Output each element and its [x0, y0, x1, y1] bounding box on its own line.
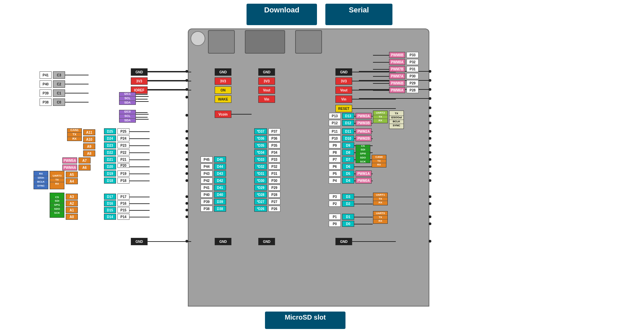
pin-p40c: P40 [201, 192, 213, 198]
pin-d0: D0 [342, 221, 354, 227]
pin-3v3-cr: 3V3 [258, 77, 275, 85]
pin-a6: A6 [78, 164, 91, 171]
pin-c2: C2 [53, 80, 65, 88]
pin-on: ON [215, 86, 231, 94]
pin-d16: D16 [104, 200, 116, 206]
pin-p9: P9 [329, 142, 341, 148]
pin-gnd-c1: GND [215, 68, 231, 76]
pin-p6: P6 [329, 163, 341, 170]
pin-p15: P15 [117, 207, 129, 213]
pin-p41c: P41 [201, 185, 213, 191]
pin-d5: D5 [342, 171, 354, 177]
download-button[interactable]: Download [247, 4, 317, 25]
pin-pwm6a: PWM6A [389, 87, 405, 93]
pin-pwm2b: PWM2B [356, 135, 372, 141]
pin-d43: D43 [214, 171, 226, 177]
pin-p27r: P27 [268, 199, 280, 205]
usb-left [208, 30, 235, 54]
pin-p0: P0 [329, 221, 341, 227]
pin-c3: C3 [53, 71, 65, 79]
pin-p16: P16 [117, 200, 129, 206]
pin-d36: *D36 [254, 135, 267, 141]
pin-uart1: UART1 TX RX [373, 193, 388, 205]
pin-a3: A3 [66, 194, 78, 200]
serial-button[interactable]: Serial [325, 4, 392, 25]
pin-p28t: P28 [407, 87, 419, 93]
pin-p3: P3 [329, 194, 341, 200]
pin-reset: RESET [335, 105, 352, 112]
pin-d21: D21 [104, 156, 116, 162]
pin-p35: P35 [268, 142, 280, 148]
pin-a4: A4 [66, 178, 78, 184]
pin-d22: D22 [104, 149, 116, 155]
pin-p38: P38 [40, 98, 52, 106]
pin-p12: P12 [329, 120, 341, 126]
pin-p40: P40 [40, 80, 52, 88]
pin-3v3-c1: 3V3 [215, 77, 231, 85]
pin-spi0: CS SDI SPI0 SDO SCK [356, 145, 370, 163]
pin-p33r: P33 [268, 156, 280, 162]
pin-d9: D9 [342, 142, 354, 148]
pin-p28r: P28 [268, 192, 280, 198]
pin-p44: P44 [201, 163, 213, 170]
pin-d29: *D29 [254, 185, 267, 191]
pin-p5: P5 [329, 171, 341, 177]
pin-gnd-l1: GND [131, 68, 148, 76]
pin-d14: D14 [104, 214, 116, 220]
pin-p1: P1 [329, 214, 341, 220]
pin-pwm3a: PWM3A [356, 113, 372, 119]
pin-vout-cr: Vout [258, 86, 275, 94]
pin-c1: C1 [53, 89, 65, 97]
pin-a5: A5 [66, 172, 78, 178]
pin-p29t: P29 [407, 80, 419, 86]
pin-pwm8a: PWM8A [389, 59, 405, 65]
pin-uart0: UART0 TX RX [373, 211, 388, 224]
pin-p13: P13 [329, 113, 341, 119]
pin-p18: P18 [117, 178, 129, 184]
pin-d44: D44 [214, 163, 226, 170]
pin-d19: D19 [104, 171, 116, 177]
pin-d23: D23 [104, 142, 116, 148]
pin-d38: D38 [214, 206, 226, 212]
pin-i2c0: I2C0 SCL SDA [119, 110, 136, 123]
pin-pwm1a: PWM1A [356, 171, 372, 177]
pin-p22: P22 [117, 149, 129, 155]
usb-right [295, 30, 322, 54]
pin-p42: P42 [201, 178, 213, 184]
pin-d27: *D27 [254, 199, 267, 205]
pin-vcoin: Vcoin [215, 111, 231, 118]
pin-p30r: P30 [268, 178, 280, 184]
pin-d45: D45 [214, 156, 226, 162]
pin-p29r: P29 [268, 185, 280, 191]
pin-d34: *D34 [254, 149, 267, 155]
pin-d12: D12 [342, 120, 354, 126]
pin-p19: P19 [117, 171, 129, 177]
pin-p23: P23 [117, 142, 129, 148]
pin-d2: D2 [342, 201, 354, 207]
pin-a1: A1 [66, 207, 78, 213]
pin-p20: P20 [117, 163, 129, 168]
pin-p31r: P31 [268, 171, 280, 177]
pin-d11: D11 [342, 128, 354, 134]
pin-gnd-l-bottom: GND [131, 238, 148, 245]
pin-d1: D1 [342, 214, 354, 220]
pin-p25: P25 [117, 128, 129, 134]
pin-p37: P37 [268, 128, 280, 134]
pin-d42: D42 [214, 178, 226, 184]
pin-3v3-r: 3V3 [335, 77, 352, 85]
pin-a10: A10 [83, 136, 95, 142]
pin-d30: *D30 [254, 178, 267, 184]
pin-d35: *D35 [254, 142, 267, 148]
pin-p38c: P38 [201, 206, 213, 212]
pin-d41: D41 [214, 185, 226, 191]
pin-p45: P45 [201, 156, 213, 162]
pin-d15: D15 [104, 207, 116, 213]
pin-a2: A2 [66, 200, 78, 206]
pin-uart3: UART3 TX RX [50, 171, 64, 189]
pin-pwm7a: PWM7A [389, 73, 405, 79]
pin-p8: P8 [329, 149, 341, 155]
pin-gnd-cr-bottom: GND [258, 238, 275, 245]
pin-d4: D4 [342, 178, 354, 184]
pin-pwm2a: PWM2A [356, 128, 372, 134]
pin-d40: D40 [214, 192, 226, 198]
